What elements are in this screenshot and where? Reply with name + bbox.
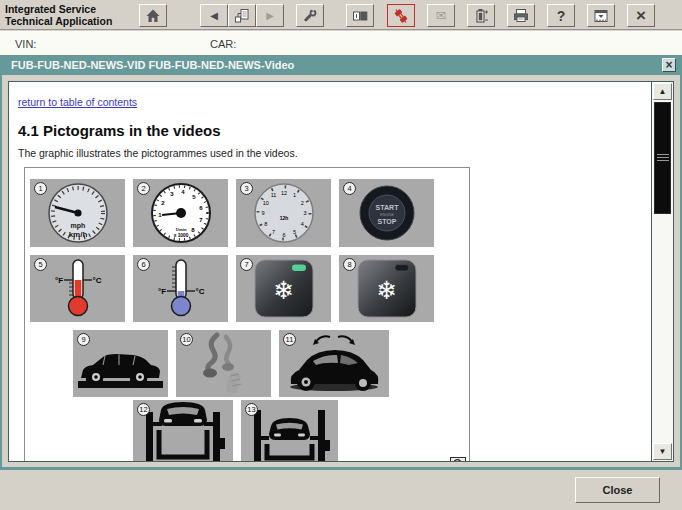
scrollbar-grip-icon	[657, 154, 669, 162]
connection-status-button[interactable]	[387, 4, 415, 27]
svg-text:10: 10	[263, 200, 269, 206]
scrollbar-thumb[interactable]	[654, 102, 671, 214]
intro-text: The graphic illustrates the pictogrammes…	[18, 147, 650, 159]
svg-text:3: 3	[303, 210, 306, 216]
pictogram-row-3: 9 10	[73, 330, 469, 397]
pictogram-number-badge: 1	[34, 182, 47, 195]
minimize-window-button[interactable]	[587, 4, 615, 27]
pictogram-tile-pedals: 10	[176, 330, 271, 397]
pictogram-tile-thermometer-hot: 5 °F °C	[30, 255, 125, 322]
return-to-toc-link[interactable]: return to table of contents	[18, 96, 137, 108]
pictogram-tile-tachometer: 2 1 2 3 4 5 6 7 8	[133, 179, 228, 247]
svg-text:1: 1	[293, 192, 296, 198]
pictogram-tile-lift-raised: 12	[133, 400, 233, 461]
svg-text:9: 9	[261, 210, 264, 216]
back-button[interactable]: ◀	[200, 4, 228, 27]
battery-icon	[473, 8, 489, 24]
printer-icon	[513, 8, 529, 24]
print-button[interactable]	[507, 4, 535, 27]
vertical-scrollbar[interactable]: ▲ ▼	[651, 82, 673, 461]
svg-text:°F: °F	[158, 287, 166, 296]
help-icon: ?	[557, 8, 566, 24]
svg-text:°C: °C	[93, 276, 102, 285]
document-close-button[interactable]: ×	[662, 58, 676, 72]
x1000-label: x 1000	[174, 233, 189, 238]
svg-text:12: 12	[281, 190, 287, 196]
pictogram-tile-ac-on: 7 ❄	[236, 255, 331, 322]
split-screen-icon	[352, 8, 368, 24]
wrench-icon	[302, 8, 318, 24]
pictogram-tile-start-stop: 4 START ENGINE STOP	[339, 179, 434, 247]
kmh-label: km/h	[69, 230, 88, 239]
svg-text:°C: °C	[196, 287, 205, 296]
pictogram-number-badge: 2	[137, 182, 150, 195]
rpm-label: 1/min	[176, 227, 187, 232]
svg-text:8: 8	[264, 221, 267, 227]
arrow-down-icon: ▼	[659, 447, 667, 456]
scroll-up-button[interactable]: ▲	[653, 83, 672, 100]
pictogram-number-badge: 4	[343, 182, 356, 195]
svg-text:2: 2	[301, 200, 304, 206]
pictogram-tile-lift-lowered: 13	[241, 400, 338, 461]
car-label: CAR:	[210, 38, 236, 50]
svg-text:°F: °F	[55, 276, 63, 285]
document-titlebar: FUB-FUB-NED-NEWS-VID FUB-FUB-NED-NEWS-Vi…	[2, 55, 680, 75]
app-title-line1: Integrated Service	[5, 3, 112, 15]
home-icon	[145, 8, 161, 24]
document-content: return to table of contents 4.1 Pictogra…	[9, 82, 650, 461]
scroll-down-button[interactable]: ▼	[653, 443, 672, 460]
12h-label: 12h	[280, 215, 289, 221]
svg-text:5: 5	[293, 229, 296, 235]
pictogram-number-badge: 12	[137, 403, 150, 416]
pictogram-tile-thermometer-cold: 6 °F	[133, 255, 228, 322]
document-window: FUB-FUB-NED-NEWS-VID FUB-FUB-NED-NEWS-Vi…	[0, 55, 682, 470]
split-screen-button[interactable]	[346, 4, 374, 27]
close-app-button[interactable]: ×	[627, 4, 655, 27]
pictogram-tile-ac-off: 8 ❄	[339, 255, 434, 322]
svg-text:6: 6	[282, 232, 285, 238]
pictogram-number-badge: 11	[283, 333, 296, 346]
pictogram-number-badge: 13	[245, 403, 258, 416]
pictogram-tile-car-doors: 11	[279, 330, 389, 397]
pictogram-number-badge: 9	[77, 333, 90, 346]
pictogram-tile-speedometer: 1 mph km/h	[30, 179, 125, 247]
pictogram-tile-car-rollers: 9	[73, 330, 168, 397]
svg-text:START: START	[376, 204, 400, 211]
pictogram-row-1: 1 mph km/h 2	[30, 179, 469, 247]
pictogram-row-2: 5 °F °C	[30, 255, 469, 322]
operations-list-button[interactable]	[228, 4, 256, 27]
snowflake-icon: ❄	[273, 278, 294, 303]
zoom-graphic-button[interactable]	[450, 457, 466, 461]
footer-bar: Close	[0, 473, 682, 510]
snowflake-icon: ❄	[376, 278, 397, 303]
app-title: Integrated Service Technical Application	[5, 3, 112, 28]
svg-text:4: 4	[301, 221, 304, 227]
document-panel: ▲ ▼ return to table of contents 4.1 Pict…	[8, 81, 674, 462]
pictogram-number-badge: 7	[240, 258, 253, 271]
svg-text:ENGINE: ENGINE	[380, 213, 394, 217]
page-title: 4.1 Pictograms in the videos	[18, 122, 650, 139]
window-minimize-icon	[593, 8, 609, 24]
vin-label: VIN:	[15, 38, 36, 50]
svg-text:11: 11	[271, 192, 277, 198]
close-button[interactable]: Close	[575, 477, 660, 503]
pictogram-number-badge: 3	[240, 182, 253, 195]
pictogram-number-badge: 8	[343, 258, 356, 271]
main-toolbar: Integrated Service Technical Application…	[0, 0, 682, 30]
pictogram-number-badge: 10	[180, 333, 193, 346]
pictogram-number-badge: 5	[34, 258, 47, 271]
back-icon: ◀	[210, 11, 218, 21]
mail-button[interactable]: ✉	[427, 4, 455, 27]
forward-button[interactable]: ▶	[256, 4, 284, 27]
pictogram-graphic: 1 mph km/h 2	[24, 167, 470, 461]
home-button[interactable]	[139, 4, 167, 27]
svg-text:7: 7	[272, 229, 275, 235]
workshop-tools-button[interactable]	[296, 4, 324, 27]
help-button[interactable]: ?	[547, 4, 575, 27]
battery-button[interactable]	[467, 4, 495, 27]
document-title: FUB-FUB-NED-NEWS-VID FUB-FUB-NED-NEWS-Vi…	[11, 59, 294, 71]
app-title-line2: Technical Application	[5, 15, 112, 27]
magnifier-plus-icon	[452, 458, 465, 461]
mail-icon: ✉	[436, 9, 447, 22]
forward-icon: ▶	[266, 11, 274, 21]
